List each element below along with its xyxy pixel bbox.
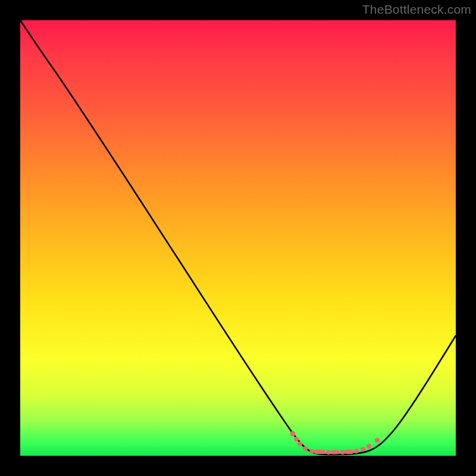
curve-svg [20, 20, 456, 456]
svg-point-3 [303, 446, 307, 450]
watermark-text: TheBottleneck.com [362, 2, 471, 17]
svg-point-1 [294, 437, 298, 441]
svg-point-4 [309, 449, 314, 453]
svg-rect-7 [331, 450, 339, 454]
svg-point-10 [354, 449, 358, 453]
svg-point-2 [298, 441, 302, 446]
svg-point-12 [367, 444, 371, 448]
svg-point-0 [290, 431, 295, 436]
plot-area [20, 20, 456, 456]
svg-point-8 [340, 450, 345, 454]
svg-rect-5 [314, 450, 325, 454]
svg-point-13 [375, 438, 380, 443]
chart-frame: TheBottleneck.com [0, 0, 476, 476]
svg-rect-9 [345, 450, 353, 454]
bottleneck-curve [20, 20, 456, 455]
svg-point-6 [326, 450, 330, 454]
svg-point-11 [361, 447, 365, 451]
